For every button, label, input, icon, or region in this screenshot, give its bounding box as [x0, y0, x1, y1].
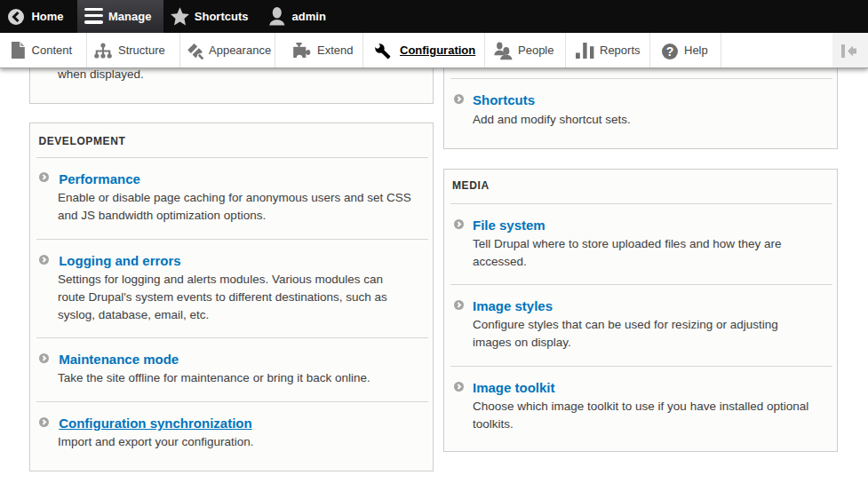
svg-text:?: ?: [666, 44, 674, 59]
